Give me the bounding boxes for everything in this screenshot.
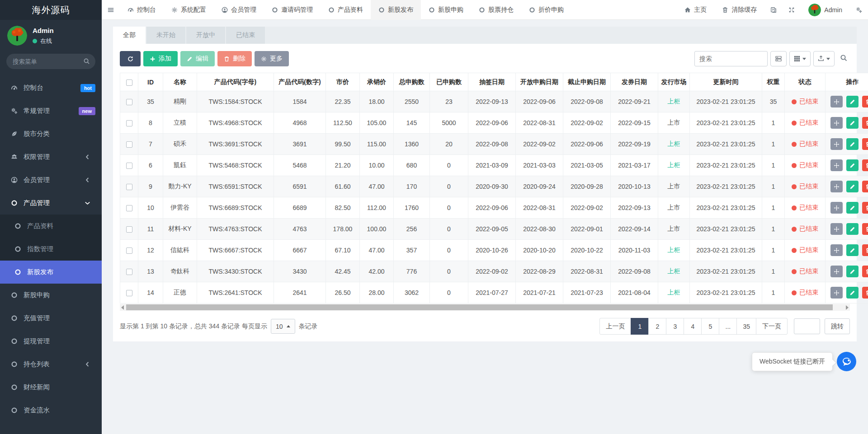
- move-row-button[interactable]: [830, 202, 843, 214]
- row-checkbox[interactable]: [126, 141, 132, 148]
- move-row-button[interactable]: [830, 159, 843, 171]
- column-header-权重[interactable]: 权重: [762, 73, 785, 91]
- column-header-截止申购日期[interactable]: 截止申购日期: [563, 73, 611, 91]
- column-header-发行市场[interactable]: 发行市场: [658, 73, 690, 91]
- move-row-button[interactable]: [830, 223, 843, 235]
- sidebar-subitem-产品资料[interactable]: 产品资料: [0, 215, 102, 238]
- nav-item-邀请码管理[interactable]: 邀请码管理: [264, 0, 321, 20]
- more-button[interactable]: 更多: [255, 51, 289, 66]
- row-checkbox[interactable]: [126, 120, 132, 126]
- tab-全部[interactable]: 全部: [113, 27, 146, 44]
- page-button-5[interactable]: 5: [701, 318, 719, 335]
- delete-row-button[interactable]: [862, 96, 868, 107]
- chat-widget-button[interactable]: [837, 352, 856, 371]
- column-header-开放申购日期[interactable]: 开放申购日期: [516, 73, 563, 91]
- edit-row-button[interactable]: [846, 287, 859, 299]
- column-header-ID[interactable]: ID: [138, 73, 163, 91]
- settings-button[interactable]: [850, 0, 868, 20]
- move-row-button[interactable]: [830, 96, 843, 107]
- sidebar-item-资金流水[interactable]: 资金流水: [0, 399, 102, 422]
- page-button-1[interactable]: 1: [631, 318, 649, 335]
- column-header-抽签日期[interactable]: 抽签日期: [468, 73, 516, 91]
- delete-row-button[interactable]: [862, 202, 868, 214]
- edit-row-button[interactable]: [846, 96, 859, 107]
- column-header-发券日期[interactable]: 发券日期: [611, 73, 658, 91]
- sidebar-subitem-新股发布[interactable]: 新股发布: [0, 261, 102, 284]
- horizontal-scrollbar[interactable]: [120, 304, 850, 311]
- edit-row-button[interactable]: [846, 159, 859, 171]
- row-checkbox[interactable]: [126, 184, 132, 190]
- next-page-button[interactable]: 下一页: [756, 318, 788, 335]
- user-menu[interactable]: Admin: [801, 0, 850, 20]
- scrollbar-thumb[interactable]: [126, 304, 833, 310]
- delete-row-button[interactable]: [862, 266, 868, 277]
- add-button[interactable]: 添加: [143, 51, 178, 66]
- edit-row-button[interactable]: [846, 223, 859, 235]
- move-row-button[interactable]: [830, 181, 843, 192]
- edit-row-button[interactable]: [846, 138, 859, 150]
- language-button[interactable]: [764, 0, 783, 20]
- jump-page-input[interactable]: [794, 318, 820, 334]
- fullscreen-button[interactable]: [783, 0, 801, 20]
- sidebar-item-股市分类[interactable]: 股市分类: [0, 122, 102, 145]
- move-row-button[interactable]: [830, 266, 843, 277]
- search-submit-button[interactable]: [837, 54, 850, 63]
- row-checkbox[interactable]: [126, 290, 132, 296]
- nav-item-新股发布[interactable]: 新股发布: [371, 0, 421, 20]
- row-checkbox[interactable]: [126, 269, 132, 275]
- column-header-承销价[interactable]: 承销价: [360, 73, 394, 91]
- move-row-button[interactable]: [830, 117, 843, 129]
- toggle-view-button[interactable]: [770, 51, 787, 66]
- sidebar-item-财经新闻[interactable]: 财经新闻: [0, 376, 102, 399]
- sidebar-item-提现管理[interactable]: 提现管理: [0, 330, 102, 353]
- edit-row-button[interactable]: [846, 266, 859, 277]
- row-checkbox[interactable]: [126, 99, 132, 105]
- column-header-总申购数[interactable]: 总申购数: [394, 73, 430, 91]
- sidebar-item-充值管理[interactable]: 充值管理: [0, 307, 102, 330]
- delete-row-button[interactable]: [862, 223, 868, 235]
- row-checkbox[interactable]: [126, 205, 132, 211]
- edit-row-button[interactable]: [846, 244, 859, 256]
- nav-item-新股申购[interactable]: 新股申购: [421, 0, 471, 20]
- clear-cache-button[interactable]: 清除缓存: [714, 0, 764, 20]
- sidebar-subitem-指数管理[interactable]: 指数管理: [0, 238, 102, 261]
- home-button[interactable]: 主页: [677, 0, 714, 20]
- column-header-产品代码(数字)[interactable]: 产品代码(数字): [274, 73, 326, 91]
- delete-row-button[interactable]: [862, 159, 868, 171]
- column-header-产品代码(字母)[interactable]: 产品代码(字母): [197, 73, 274, 91]
- refresh-button[interactable]: [120, 51, 141, 66]
- column-header-市价[interactable]: 市价: [326, 73, 360, 91]
- page-button-2[interactable]: 2: [648, 318, 666, 335]
- columns-button[interactable]: [789, 51, 811, 66]
- tab-未开始[interactable]: 未开始: [146, 27, 185, 44]
- scroll-left-icon[interactable]: [121, 305, 124, 310]
- row-checkbox[interactable]: [126, 163, 132, 169]
- export-button[interactable]: [813, 51, 835, 66]
- table-search-input[interactable]: [694, 51, 768, 66]
- delete-row-button[interactable]: [862, 287, 868, 299]
- column-header-状态[interactable]: 状态: [785, 73, 826, 91]
- row-checkbox[interactable]: [126, 226, 132, 233]
- page-button-3[interactable]: 3: [666, 318, 684, 335]
- sidebar-item-常规管理[interactable]: 常规管理 new: [0, 99, 102, 122]
- nav-item-产品资料[interactable]: 产品资料: [321, 0, 371, 20]
- page-button-35[interactable]: 35: [736, 318, 756, 335]
- sidebar-toggle-button[interactable]: [102, 0, 120, 20]
- scroll-right-icon[interactable]: [846, 305, 849, 310]
- page-button-...[interactable]: ...: [719, 318, 737, 335]
- move-row-button[interactable]: [830, 244, 843, 256]
- edit-row-button[interactable]: [846, 202, 859, 214]
- tab-已结束[interactable]: 已结束: [226, 27, 265, 44]
- nav-item-系统配置[interactable]: 系统配置: [164, 0, 214, 20]
- column-header-已申购数[interactable]: 已申购数: [430, 73, 468, 91]
- nav-item-控制台[interactable]: 控制台: [120, 0, 164, 20]
- delete-row-button[interactable]: [862, 117, 868, 129]
- edit-row-button[interactable]: [846, 181, 859, 192]
- delete-row-button[interactable]: [862, 244, 868, 256]
- page-button-4[interactable]: 4: [684, 318, 702, 335]
- nav-item-会员管理[interactable]: 会员管理: [214, 0, 264, 20]
- sidebar-item-持仓列表[interactable]: 持仓列表: [0, 353, 102, 376]
- column-header-操作[interactable]: 操作: [826, 73, 868, 91]
- sidebar-item-新股申购[interactable]: 新股申购: [0, 284, 102, 307]
- edit-row-button[interactable]: [846, 117, 859, 129]
